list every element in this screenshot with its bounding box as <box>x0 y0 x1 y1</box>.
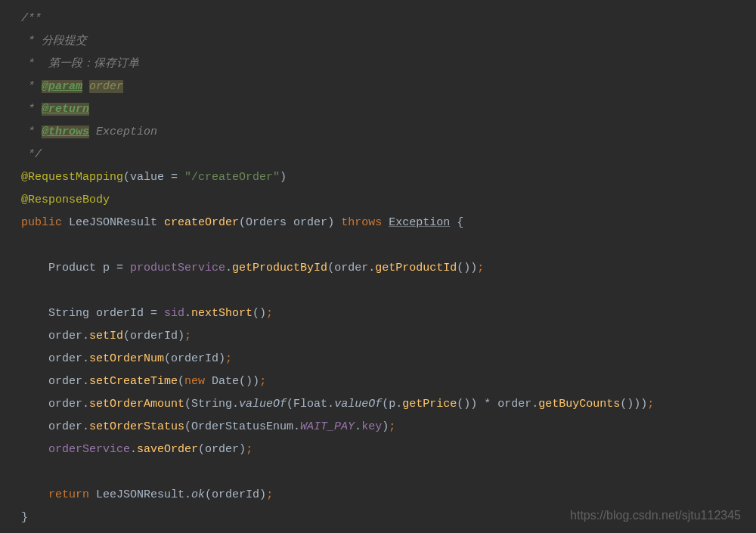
return-statement: return LeeJSONResult.ok(orderId); <box>21 484 756 507</box>
statement: order.setOrderStatus(OrderStatusEnum.WAI… <box>21 416 756 438</box>
doc-throws-tag: @throws <box>42 126 89 138</box>
method-call: getProductId <box>375 262 457 274</box>
paren: ) <box>178 330 184 342</box>
paren: ) <box>259 488 266 501</box>
method-call: getProductById <box>232 262 327 274</box>
doc-line: * @return <box>21 98 756 121</box>
method-name: createOrder <box>164 216 239 229</box>
paren: ( <box>123 171 130 184</box>
indent <box>21 488 48 501</box>
obj-ref: order. <box>497 398 538 411</box>
field-ref: sid <box>164 307 184 320</box>
paren: () <box>239 375 253 388</box>
attr-name: value <box>130 171 171 184</box>
indent <box>21 443 48 456</box>
paren: ( <box>239 216 246 229</box>
doc-text: * 第一段：保存订单 <box>21 57 139 70</box>
paren: ( <box>287 398 293 411</box>
annotation-line: @ResponseBody <box>21 189 756 212</box>
doc-param-tag: @param <box>42 80 82 93</box>
enum-value: WAIT_PAY <box>300 420 355 433</box>
statement: String orderId = sid.nextShort(); <box>21 302 756 325</box>
doc-start: /** <box>21 12 42 25</box>
doc-line: * 分段提交 <box>21 30 756 53</box>
paren: () <box>253 307 266 320</box>
semicolon: ; <box>647 398 654 411</box>
statement: order.setOrderAmount(String.valueOf(Floa… <box>21 393 756 416</box>
field-ref: key <box>361 420 382 433</box>
blank-line <box>21 461 756 484</box>
semicolon: ; <box>477 262 484 274</box>
doc-param-name: order <box>89 80 123 93</box>
obj-ref: order. <box>21 398 89 411</box>
method-call: setCreateTime <box>89 375 178 388</box>
paren: ( <box>123 330 130 342</box>
equals: = <box>150 307 164 320</box>
obj-ref: order. <box>21 420 89 433</box>
keyword-new: new <box>184 375 212 388</box>
paren: ( <box>198 443 205 456</box>
statement: order.setId(orderId); <box>21 325 756 348</box>
field-ref: productService <box>130 262 225 274</box>
obj-ref: order. <box>21 375 89 388</box>
semicolon: ; <box>266 307 273 320</box>
doc-text: * 分段提交 <box>21 35 87 48</box>
equals: = <box>171 171 184 184</box>
var-decl: String orderId <box>21 307 150 320</box>
semicolon: ; <box>266 488 273 501</box>
brace: { <box>450 216 463 229</box>
paren: ) <box>327 216 334 229</box>
paren: ( <box>184 398 191 411</box>
dot: . <box>130 443 137 456</box>
method-call: setId <box>89 330 123 342</box>
doc-line: * @param order <box>21 76 756 98</box>
semicolon: ; <box>259 375 266 388</box>
keyword-throws: throws <box>341 216 389 229</box>
operator: * <box>477 398 497 411</box>
space <box>334 216 341 229</box>
paren: ) <box>640 398 647 411</box>
statement: orderService.saveOrder(order); <box>21 438 756 461</box>
paren: ) <box>253 375 259 388</box>
paren: ( <box>164 352 171 365</box>
semicolon: ; <box>184 330 191 342</box>
method-call: saveOrder <box>137 443 198 456</box>
statement: order.setOrderNum(orderId); <box>21 348 756 370</box>
obj-ref: order. <box>334 262 375 274</box>
code-editor[interactable]: /** * 分段提交 * 第一段：保存订单 * @param order * @… <box>21 8 756 529</box>
enum-ref: OrderStatusEnum. <box>191 420 300 433</box>
paren: ) <box>382 420 389 433</box>
paren: () <box>457 398 470 411</box>
paren: ) <box>470 398 477 411</box>
arg: orderId <box>212 488 259 501</box>
paren: ( <box>205 488 212 501</box>
paren: ( <box>178 375 184 388</box>
static-method-call: valueOf <box>334 398 382 411</box>
doc-text: * <box>21 103 42 116</box>
param-name: order <box>293 216 327 229</box>
doc-line: /** <box>21 8 756 30</box>
method-call: setOrderNum <box>89 352 164 365</box>
semicolon: ; <box>225 352 232 365</box>
doc-text: * <box>21 126 42 138</box>
response-body-annotation: @ResponseBody <box>21 194 110 206</box>
dot: . <box>184 307 191 320</box>
dot: . <box>355 420 361 433</box>
obj-ref: order. <box>21 352 89 365</box>
paren: ) <box>634 398 640 411</box>
semicolon: ; <box>246 443 253 456</box>
statement: order.setCreateTime(new Date()); <box>21 370 756 393</box>
paren: ) <box>280 171 287 184</box>
blank-line <box>21 280 756 302</box>
var-decl: Product p <box>21 262 116 274</box>
class-ref: String. <box>191 398 239 411</box>
doc-text: Exception <box>89 126 157 138</box>
param-type: Orders <box>246 216 293 229</box>
paren: () <box>457 262 470 274</box>
class-ref: Date <box>212 375 239 388</box>
doc-line: * @throws Exception <box>21 121 756 144</box>
class-ref: Float. <box>293 398 334 411</box>
blank-line <box>21 234 756 257</box>
static-method-call: ok <box>191 488 205 501</box>
doc-end: */ <box>21 148 42 161</box>
